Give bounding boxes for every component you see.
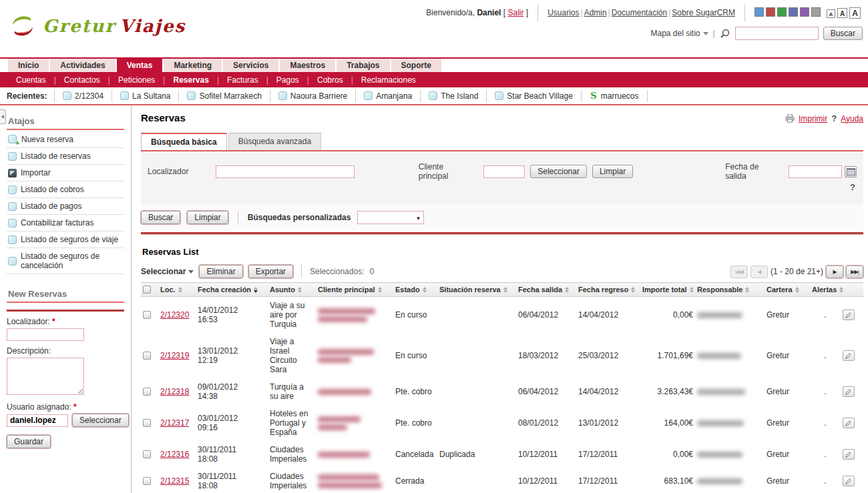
- header-link-documentación[interactable]: Documentación: [612, 8, 667, 17]
- row-checkbox[interactable]: [143, 450, 151, 458]
- loc-link[interactable]: 2/12315: [160, 476, 189, 486]
- theme-swatch[interactable]: [800, 7, 809, 17]
- edit-row-button[interactable]: [843, 449, 855, 460]
- row-checkbox[interactable]: [143, 419, 151, 427]
- last-page-button[interactable]: ▶▶|: [846, 266, 863, 278]
- subtab-contactos[interactable]: Contactos: [56, 75, 108, 85]
- recent-item[interactable]: Naoura Barriere: [270, 90, 355, 102]
- sidebar-item-listado-de-pagos[interactable]: Listado de pagos: [7, 198, 124, 215]
- sidebar-item-listado-de-cobros[interactable]: Listado de cobros: [7, 181, 124, 198]
- cliente-limpiar-button[interactable]: Limpiar: [592, 165, 633, 178]
- first-page-button[interactable]: |◀◀: [730, 266, 748, 278]
- header-link-usuarios[interactable]: Usuarios: [548, 8, 579, 17]
- recent-item[interactable]: Smarruecos: [581, 90, 648, 102]
- theme-swatch[interactable]: [754, 7, 764, 17]
- tab-actividades[interactable]: Actividades: [50, 59, 115, 72]
- tab-búsqueda-avanzada[interactable]: Búsqueda avanzada: [228, 133, 321, 150]
- select-all-dropdown[interactable]: Seleccionar: [141, 267, 194, 276]
- tab-maestros[interactable]: Maestros: [280, 59, 335, 72]
- search-fecha-field[interactable]: [789, 165, 842, 178]
- localizador-field[interactable]: [7, 328, 84, 341]
- font-size-button[interactable]: A: [827, 9, 835, 18]
- recent-item[interactable]: The Island: [420, 90, 486, 102]
- font-size-button[interactable]: A: [837, 8, 847, 18]
- recent-item[interactable]: La Sultana: [112, 90, 178, 102]
- search-cliente-field[interactable]: [483, 165, 525, 178]
- usuario-asignado-field[interactable]: [7, 414, 68, 427]
- row-checkbox[interactable]: [143, 477, 151, 485]
- recent-item[interactable]: Star Beach Village: [486, 90, 581, 102]
- column-header-inner[interactable]: Cartera: [767, 286, 808, 294]
- imprimir-link[interactable]: Imprimir: [799, 114, 827, 123]
- sidebar-item-listado-de-seguros-de-viaje[interactable]: Listado de seguros de viaje: [7, 231, 124, 248]
- edit-row-button[interactable]: [843, 476, 855, 486]
- font-size-button[interactable]: A: [849, 7, 861, 19]
- theme-swatch[interactable]: [789, 7, 798, 17]
- column-header-inner[interactable]: Responsable: [697, 286, 763, 294]
- global-search-button[interactable]: Buscar: [823, 27, 863, 40]
- column-header-inner[interactable]: Fecha regreso: [578, 286, 638, 294]
- descripcion-field[interactable]: [7, 358, 84, 395]
- search-localizador-field[interactable]: [216, 165, 354, 178]
- loc-link[interactable]: 2/12318: [160, 387, 189, 396]
- usuario-seleccionar-button[interactable]: Seleccionar: [72, 414, 129, 427]
- subtab-pagos[interactable]: Pagos: [268, 75, 307, 85]
- subtab-facturas[interactable]: Facturas: [219, 75, 266, 85]
- tab-inicio[interactable]: Inicio: [8, 59, 49, 72]
- sidebar-item-contabilizar-facturas[interactable]: Contabilizar facturas: [7, 215, 124, 231]
- next-page-button[interactable]: ▶: [826, 266, 843, 278]
- header-link-admin[interactable]: Admin: [584, 8, 607, 17]
- edit-row-button[interactable]: [843, 386, 855, 397]
- column-header-inner[interactable]: Asunto: [270, 286, 314, 294]
- tab-trabajos[interactable]: Trabajos: [337, 59, 389, 72]
- sidebar-item-importar[interactable]: ◤Importar: [7, 165, 124, 181]
- column-header-inner[interactable]: Alertas: [812, 286, 839, 294]
- subtab-cobros[interactable]: Cobros: [309, 75, 351, 85]
- loc-link[interactable]: 2/12320: [160, 310, 189, 320]
- subtab-reclamaciones[interactable]: Reclamaciones: [353, 75, 424, 85]
- row-checkbox[interactable]: [143, 388, 151, 396]
- tab-servicios[interactable]: Servicios: [223, 59, 278, 72]
- subtab-cuentas[interactable]: Cuentas: [8, 75, 54, 85]
- sidebar-item-listado-de-seguros-de-cancel[interactable]: Listado de seguros de cancelación: [7, 248, 124, 274]
- exportar-button[interactable]: Exportar: [248, 265, 293, 278]
- sidebar-collapse-button[interactable]: [0, 109, 6, 124]
- recent-item[interactable]: Sofitel Marrakech: [178, 90, 269, 102]
- logout-link[interactable]: Salir: [507, 8, 523, 17]
- edit-row-button[interactable]: [843, 350, 855, 361]
- subtab-peticiones[interactable]: Peticiones: [110, 75, 163, 85]
- row-checkbox[interactable]: [143, 352, 151, 360]
- guardar-button[interactable]: Guardar: [7, 435, 51, 448]
- buscar-button[interactable]: Buscar: [141, 211, 180, 224]
- edit-row-button[interactable]: [843, 310, 855, 320]
- edit-row-button[interactable]: [843, 418, 855, 428]
- tab-soporte[interactable]: Soporte: [391, 59, 441, 72]
- column-header-inner[interactable]: Estado: [395, 286, 435, 294]
- column-header-inner[interactable]: Fecha salida: [518, 286, 574, 294]
- column-header-inner[interactable]: Cliente principal: [318, 286, 391, 294]
- global-search-input[interactable]: [735, 27, 819, 40]
- calendar-button[interactable]: [845, 166, 857, 177]
- tab-búsqueda-básica[interactable]: Búsqueda básica: [141, 133, 227, 150]
- header-link-sobre-sugarcrm[interactable]: Sobre SugarCRM: [672, 8, 735, 17]
- loc-link[interactable]: 2/12316: [160, 450, 189, 459]
- row-checkbox[interactable]: [143, 311, 151, 319]
- loc-link[interactable]: 2/12319: [160, 351, 189, 360]
- column-header-inner[interactable]: Loc.: [160, 286, 194, 294]
- calendar-help-icon[interactable]: ?: [850, 182, 855, 192]
- eliminar-button[interactable]: Eliminar: [199, 265, 242, 278]
- saved-search-select[interactable]: ▼: [357, 211, 424, 224]
- column-header-inner[interactable]: Fecha creación: [198, 286, 266, 294]
- previous-page-button[interactable]: ◀: [750, 266, 768, 278]
- column-header-inner[interactable]: Importe total: [642, 286, 693, 294]
- theme-swatch[interactable]: [777, 7, 787, 17]
- limpiar-button[interactable]: Limpiar: [187, 211, 228, 224]
- loc-link[interactable]: 2/12317: [160, 418, 189, 428]
- column-header-inner[interactable]: Situación reserva: [439, 286, 514, 294]
- sitemap-dropdown[interactable]: Mapa del sitio: [650, 29, 708, 38]
- theme-swatch[interactable]: [766, 7, 775, 17]
- tab-ventas[interactable]: Ventas: [117, 57, 163, 73]
- sidebar-item-nueva-reserva[interactable]: +Nueva reserva: [7, 131, 124, 148]
- select-all-checkbox[interactable]: [143, 286, 151, 294]
- tab-marketing[interactable]: Marketing: [164, 59, 222, 72]
